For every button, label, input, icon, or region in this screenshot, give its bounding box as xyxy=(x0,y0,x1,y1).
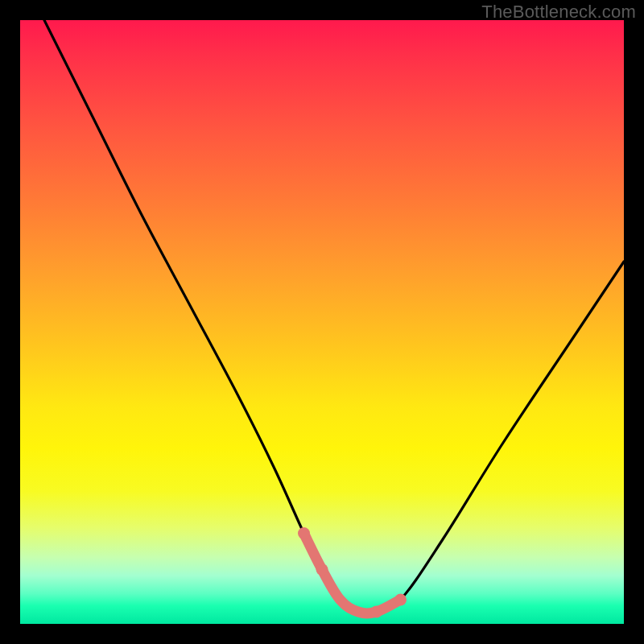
chart-plot-area xyxy=(20,20,624,624)
highlight-dot xyxy=(316,564,328,576)
outer-frame: TheBottleneck.com xyxy=(0,0,644,644)
highlight-dot xyxy=(394,594,407,606)
watermark-text: TheBottleneck.com xyxy=(481,2,636,23)
bottleneck-chart xyxy=(20,20,624,624)
highlight-dot xyxy=(298,527,310,539)
highlight-dot xyxy=(370,606,382,618)
bottleneck-curve-line xyxy=(44,20,624,613)
